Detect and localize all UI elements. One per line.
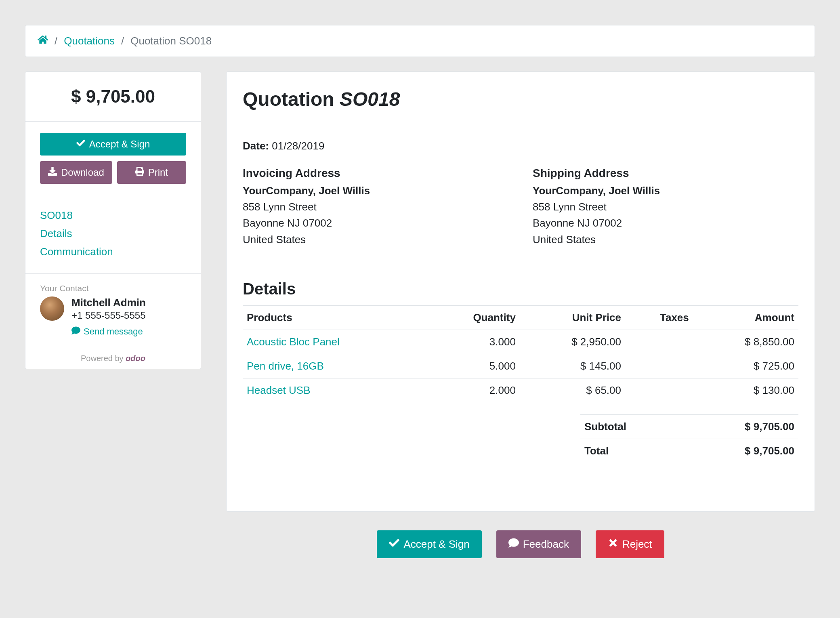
footer-feedback-label: Feedback <box>523 538 569 551</box>
sidebar-nav-communication-link[interactable]: Communication <box>40 246 186 258</box>
shipping-address: Shipping Address YourCompany, Joel Willi… <box>533 167 798 248</box>
page-title: Quotation SO018 <box>243 88 798 110</box>
main-panel: Quotation SO018 Date: 01/28/2019 Invoici… <box>226 71 815 512</box>
footer-accept-sign-label: Accept & Sign <box>403 538 469 551</box>
breadcrumb-home-link[interactable] <box>38 34 48 48</box>
download-label: Download <box>61 167 104 178</box>
col-taxes: Taxes <box>625 305 693 330</box>
sidebar-total-price: $ 9,705.00 <box>25 72 201 122</box>
totals: Subtotal $ 9,705.00 Total $ 9,705.00 <box>580 414 798 463</box>
sidebar-contact: Your Contact Mitchell Admin +1 555-555-5… <box>25 274 201 348</box>
breadcrumb-separator: / <box>121 35 124 47</box>
col-products: Products <box>243 305 427 330</box>
chat-icon <box>71 326 80 337</box>
details-heading: Details <box>243 280 798 298</box>
table-row: Pen drive, 16GB 5.000 $ 145.00 $ 725.00 <box>243 354 798 378</box>
table-row: Acoustic Bloc Panel 3.000 $ 2,950.00 $ 8… <box>243 330 798 354</box>
print-label: Print <box>148 167 168 178</box>
subtotal-value: $ 9,705.00 <box>745 420 794 433</box>
chat-icon <box>508 538 519 551</box>
products-table: Products Quantity Unit Price Taxes Amoun… <box>243 305 798 402</box>
invoicing-address: Invoicing Address YourCompany, Joel Will… <box>243 167 508 248</box>
col-quantity: Quantity <box>427 305 520 330</box>
check-icon <box>389 538 399 551</box>
odoo-brand: odoo <box>126 354 145 363</box>
breadcrumb-quotations-link[interactable]: Quotations <box>64 35 115 47</box>
send-message-link[interactable]: Send message <box>71 326 143 337</box>
col-amount: Amount <box>693 305 798 330</box>
breadcrumb: / Quotations / Quotation SO018 <box>25 25 815 57</box>
footer-actions: Accept & Sign Feedback Reject <box>226 530 815 558</box>
subtotal-label: Subtotal <box>584 420 626 433</box>
avatar <box>40 296 64 321</box>
print-button[interactable]: Print <box>117 161 186 184</box>
contact-phone: +1 555-555-5555 <box>71 310 146 321</box>
sidebar-nav-details-link[interactable]: Details <box>40 227 186 240</box>
date-row: Date: 01/28/2019 <box>243 140 798 152</box>
powered-by: Powered by odoo <box>25 348 201 369</box>
contact-name: Mitchell Admin <box>71 296 146 309</box>
sidebar-actions: Accept & Sign Download Print <box>25 122 201 196</box>
home-icon <box>38 36 48 47</box>
download-button[interactable]: Download <box>40 161 112 184</box>
sidebar-nav-so-link[interactable]: SO018 <box>40 209 186 222</box>
product-link[interactable]: Acoustic Bloc Panel <box>247 336 340 348</box>
table-row: Headset USB 2.000 $ 65.00 $ 130.00 <box>243 378 798 402</box>
sidebar-nav: SO018 Details Communication <box>25 196 201 274</box>
footer-feedback-button[interactable]: Feedback <box>496 530 581 558</box>
footer-reject-label: Reject <box>622 538 652 551</box>
breadcrumb-current: Quotation SO018 <box>130 35 212 47</box>
sidebar: $ 9,705.00 Accept & Sign Download <box>25 71 201 369</box>
send-message-label: Send message <box>84 326 143 337</box>
footer-reject-button[interactable]: Reject <box>596 530 664 558</box>
total-value: $ 9,705.00 <box>745 445 794 457</box>
print-icon <box>135 167 144 178</box>
accept-sign-button[interactable]: Accept & Sign <box>40 133 186 156</box>
download-icon <box>48 167 57 178</box>
footer-accept-sign-button[interactable]: Accept & Sign <box>377 530 481 558</box>
contact-heading: Your Contact <box>40 284 186 293</box>
close-icon <box>608 538 618 551</box>
product-link[interactable]: Headset USB <box>247 384 311 396</box>
total-label: Total <box>584 445 609 457</box>
product-link[interactable]: Pen drive, 16GB <box>247 360 324 372</box>
accept-sign-label: Accept & Sign <box>89 139 150 150</box>
check-icon <box>76 139 85 150</box>
col-unit-price: Unit Price <box>520 305 625 330</box>
breadcrumb-separator: / <box>55 35 57 47</box>
